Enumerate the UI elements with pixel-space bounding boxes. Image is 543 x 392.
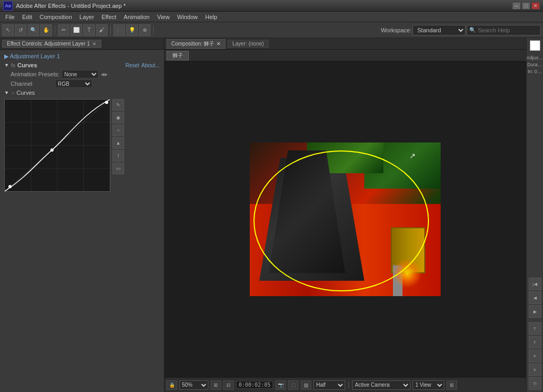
tool-light[interactable]: 💡 — [126, 24, 138, 36]
menu-view[interactable]: View — [154, 13, 173, 21]
channel-label: Channel — [11, 81, 53, 87]
vp-cam-btn[interactable]: 📷 — [275, 380, 286, 390]
channel-dropdown[interactable]: RGB — [55, 79, 92, 88]
restore-button[interactable]: □ — [522, 2, 530, 10]
right-label-2: Dura… — [527, 62, 542, 68]
toolbar-separator-3 — [153, 25, 154, 35]
toolbar-separator-2 — [110, 25, 111, 35]
vp-grid-btn[interactable]: ⊟ — [223, 380, 234, 390]
about-link[interactable]: About... — [142, 63, 160, 68]
search-icon: 🔍 — [469, 27, 476, 33]
search-wrapper: 🔍 — [467, 25, 541, 35]
curves-canvas[interactable] — [5, 100, 110, 191]
app-title: Adobe After Effects - Untitled Project.a… — [16, 3, 512, 9]
camera-select[interactable]: Active Camera — [352, 380, 410, 390]
right-label-1: Adjus… — [527, 55, 543, 61]
main-area: Effect Controls: Adjustment Layer 1 ✕ ▶ … — [0, 38, 543, 392]
workspace-label: Workspace: — [381, 27, 411, 33]
minimize-button[interactable]: ─ — [512, 2, 521, 10]
vp-fit-btn[interactable]: ⊞ — [211, 380, 221, 390]
curves-toggle-row: ▼ ○ Curves — [2, 88, 162, 97]
viewport-image-area: ↗ — [250, 142, 441, 296]
close-button[interactable]: ✕ — [531, 2, 540, 10]
nav-next[interactable]: ▶ — [104, 72, 108, 77]
viewport-header: Composition: 狮子 ✕ Layer: (none) — [164, 38, 526, 50]
ae-logo: Ae — [3, 1, 13, 11]
curve-tool-corner[interactable]: ▲ — [112, 137, 124, 149]
right-align-left[interactable]: ≡ — [529, 350, 541, 362]
search-input[interactable] — [467, 25, 541, 35]
right-play[interactable]: ▶ — [529, 305, 541, 318]
menu-file[interactable]: File — [2, 13, 18, 21]
workspace-select[interactable]: Standard — [413, 25, 466, 35]
reset-link[interactable]: Reset — [125, 63, 139, 68]
menu-layer[interactable]: Layer — [76, 13, 98, 21]
effect-header: ▼ fx Curves Reset About... — [2, 61, 162, 69]
tool-rotate[interactable]: ↺ — [15, 24, 27, 36]
quality-select[interactable]: Half — [313, 380, 345, 390]
vp-layout-btn[interactable]: ⊞ — [446, 380, 457, 390]
comp-tab-close[interactable]: ✕ — [216, 41, 221, 47]
right-skip-back[interactable]: |◀ — [529, 278, 541, 290]
menu-help[interactable]: Help — [202, 13, 221, 21]
nav-prev[interactable]: ◀ — [101, 72, 104, 77]
tool-zoom[interactable]: 🔍 — [28, 24, 39, 36]
anim-presets-label: Animation Presets: — [11, 71, 59, 77]
menu-window[interactable]: Window — [174, 13, 201, 21]
tool-brush[interactable]: 🖌 — [96, 24, 108, 36]
vp-lock-btn[interactable]: 🔒 — [167, 380, 177, 390]
curves-graph[interactable] — [4, 99, 110, 192]
menu-animation[interactable]: Animation — [120, 13, 153, 21]
comp-inner-tab[interactable]: 狮子 — [167, 51, 189, 60]
tool-camera[interactable]: 🎥 — [113, 24, 125, 36]
anim-presets-row: Animation Presets: None ◀ ▶ — [2, 69, 162, 79]
comp-image: ↗ — [250, 142, 441, 296]
vp-region-btn[interactable]: ⬚ — [288, 380, 299, 390]
composition-tab[interactable]: Composition: 狮子 ✕ — [167, 39, 225, 49]
nav-arrows: ◀ ▶ — [101, 72, 108, 77]
layer-tab-label: Layer: (none) — [232, 41, 264, 47]
panel-close-icon[interactable]: ✕ — [92, 41, 97, 47]
tool-pen[interactable]: ✏ — [58, 24, 69, 36]
curve-tool-waveform[interactable]: ⌇ — [112, 150, 124, 162]
view-select[interactable]: 1 View — [413, 380, 444, 390]
layer-name-label[interactable]: Adjustment Layer 1 — [10, 53, 60, 59]
vp-separator — [348, 381, 349, 389]
left-panel: Effect Controls: Adjustment Layer 1 ✕ ▶ … — [0, 38, 164, 392]
tool-mask[interactable]: ⬜ — [71, 24, 82, 36]
right-text-tool[interactable]: T — [529, 322, 541, 335]
curve-tool-histogram[interactable]: ▭ — [112, 163, 124, 174]
viewport-footer: 🔒 50% ⊞ ⊟ 0:00:02:05 📷 ⬚ ▧ Half Active C… — [164, 377, 526, 392]
menu-effect[interactable]: Effect — [98, 13, 119, 21]
curves-collapse-icon[interactable]: ▼ — [4, 90, 9, 95]
effect-collapse-icon[interactable]: ▼ — [4, 63, 9, 68]
menu-composition[interactable]: Composition — [37, 13, 75, 21]
title-bar: Ae Adobe After Effects - Untitled Projec… — [0, 0, 543, 12]
tool-null[interactable]: ⊕ — [139, 24, 151, 36]
right-more-tool[interactable]: T! — [529, 377, 541, 390]
effect-controls-tab[interactable]: Effect Controls: Adjustment Layer 1 ✕ — [2, 40, 101, 48]
right-prev-frame[interactable]: ◀ — [529, 291, 541, 304]
comp-tab-label: Composition: 狮子 — [171, 40, 214, 48]
window-controls: ─ □ ✕ — [512, 2, 540, 10]
channel-row: Channel RGB — [2, 79, 162, 88]
anim-presets-dropdown[interactable]: None — [62, 70, 99, 78]
layer-tab[interactable]: Layer: (none) — [227, 40, 268, 48]
tool-text[interactable]: T — [83, 24, 95, 36]
tool-hand[interactable]: ✋ — [40, 24, 52, 36]
right-align-right[interactable]: ≡ — [529, 363, 541, 376]
curve-tool-smooth[interactable]: ~ — [112, 124, 124, 136]
menu-bar: File Edit Composition Layer Effect Anima… — [0, 12, 543, 22]
curve-tool-pencil[interactable]: ✎ — [112, 99, 124, 111]
menu-edit[interactable]: Edit — [19, 13, 36, 21]
curve-tool-point[interactable]: ◉ — [112, 112, 124, 123]
tool-select[interactable]: ↖ — [2, 24, 14, 36]
effect-controls-tab-label: Effect Controls: Adjustment Layer 1 — [7, 41, 90, 47]
color-swatch[interactable] — [530, 40, 540, 51]
viewport: ↗ — [164, 61, 526, 377]
zoom-select[interactable]: 50% — [179, 380, 208, 390]
right-text2-tool[interactable]: T — [529, 336, 541, 349]
vp-transparency-btn[interactable]: ▧ — [301, 380, 311, 390]
fx-badge: fx — [11, 63, 15, 68]
effect-controls-header: Effect Controls: Adjustment Layer 1 ✕ — [0, 38, 164, 50]
